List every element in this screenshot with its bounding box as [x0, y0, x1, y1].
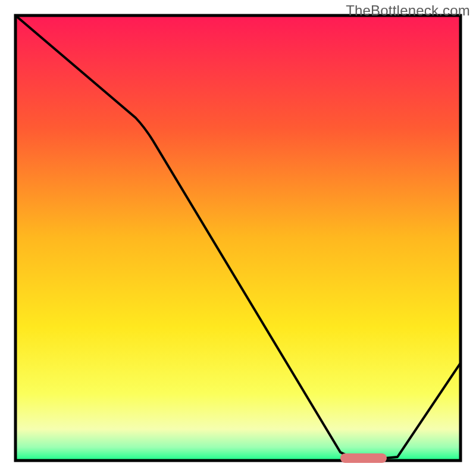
watermark-text: TheBottleneck.com: [346, 2, 470, 19]
chart-container: TheBottleneck.com: [0, 0, 476, 476]
bottleneck-chart: [0, 0, 476, 476]
optimal-zone-marker: [340, 453, 387, 463]
plot-area: [15, 15, 461, 461]
